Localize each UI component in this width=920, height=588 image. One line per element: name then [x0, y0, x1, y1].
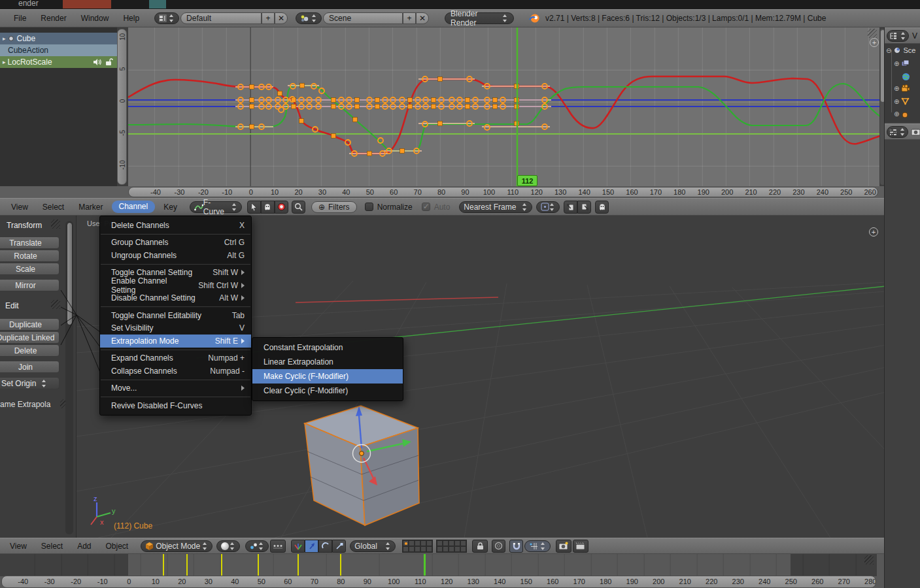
duplicate-button[interactable]: Duplicate	[0, 318, 60, 331]
properties-editor-type-button[interactable]	[887, 126, 908, 138]
shading-dropdown[interactable]	[216, 540, 240, 552]
menu-item-group-channels[interactable]: Group ChannelsCtrl G	[100, 237, 251, 250]
graph-menu-select[interactable]: Select	[35, 203, 71, 212]
menu-file[interactable]: File	[7, 14, 33, 23]
cursor-tool-button[interactable]	[247, 201, 261, 214]
expand-icon[interactable]: ⊕	[894, 110, 899, 118]
graph-plot-area[interactable]: 112	[128, 27, 879, 186]
graph-x-scrollbar[interactable]: -40-30-20-100102030405060708090100110120…	[128, 187, 878, 197]
vp-menu-add[interactable]: Add	[70, 542, 98, 551]
rotate-manipulator-button[interactable]	[318, 540, 332, 553]
menu-item-extrapolation-mode[interactable]: Extrapolation ModeShift E	[100, 335, 251, 348]
translate-button[interactable]: Translate	[0, 237, 60, 249]
menu-item-expand-channels[interactable]: Expand ChannelsNumpad +	[100, 352, 251, 365]
outliner-view-menu[interactable]: V	[912, 31, 917, 41]
expand-icon[interactable]: ⊕	[894, 85, 899, 92]
outliner-item-renderlayers[interactable]: ⊕	[894, 59, 910, 67]
layout-delete-button[interactable]: ✕	[275, 12, 288, 24]
channel-row-cubeaction[interactable]: CubeAction	[0, 44, 117, 56]
delete-button[interactable]: Delete	[0, 344, 60, 357]
auto-checkbox[interactable]	[422, 203, 430, 211]
outliner-item-camera[interactable]: ⊕	[894, 84, 910, 92]
outliner-item-mesh[interactable]: ⊕	[894, 97, 910, 105]
mirror-button[interactable]: Mirror	[0, 279, 60, 291]
menu-item-move[interactable]: Move...	[100, 382, 251, 395]
scene-add-button[interactable]: +	[403, 12, 416, 24]
frame-snap-dropdown[interactable]: Nearest Frame	[459, 201, 532, 213]
menu-render[interactable]: Render	[33, 14, 73, 23]
mode-dropdown[interactable]: Object Mode	[141, 540, 213, 552]
expand-icon[interactable]: ⊕	[894, 60, 899, 67]
orientation-dropdown[interactable]: Global	[350, 540, 396, 552]
render-context-tab-icon[interactable]	[911, 127, 920, 136]
snap-element-dropdown[interactable]	[524, 540, 551, 552]
submenu-item-make-cyclic[interactable]: Make Cyclic (F-Modifier)	[252, 369, 403, 384]
submenu-item-clear-cyclic[interactable]: Clear Cyclic (F-Modifier)	[252, 384, 403, 398]
unlock-icon[interactable]	[105, 58, 113, 66]
timeline-current-frame-line[interactable]	[424, 554, 426, 576]
filters-button[interactable]: ⊕ Filters	[311, 201, 357, 213]
scale-manipulator-button[interactable]	[332, 540, 346, 553]
menu-item-enable-channel-setting[interactable]: Enable Channel SettingShift Ctrl W	[100, 279, 251, 292]
scene-name-field[interactable]: Scene	[323, 12, 403, 24]
layout-name-field[interactable]: Default	[180, 12, 262, 24]
graph-add-panel-icon[interactable]: +	[870, 38, 879, 47]
expand-icon[interactable]: ⊕	[894, 98, 899, 105]
viewport-add-panel-icon[interactable]: +	[869, 227, 878, 237]
copy-keyframes-button[interactable]	[564, 201, 577, 214]
pivot-dropdown[interactable]	[245, 540, 269, 552]
outliner-item-extra[interactable]: ⊕	[894, 110, 909, 118]
normalize-target-button[interactable]	[275, 201, 288, 214]
normalize-checkbox[interactable]	[365, 203, 373, 211]
timeline-region[interactable]: -40-30-20-100102030405060708090100110120…	[0, 554, 886, 588]
layers-widget[interactable]	[402, 540, 467, 553]
outliner-item-world[interactable]	[902, 73, 910, 81]
translate-manipulator-button[interactable]	[305, 540, 318, 553]
menu-item-collapse-channels[interactable]: Collapse ChannelsNumpad -	[100, 365, 251, 378]
submenu-item-linear-extrapolation[interactable]: Linear Extrapolation	[252, 355, 403, 369]
vp-menu-object[interactable]: Object	[99, 542, 136, 551]
paste-keyframes-button[interactable]	[577, 201, 591, 214]
lock-to-scene-button[interactable]	[472, 540, 488, 553]
timeline-ruler[interactable]: -40-30-20-100102030405060708090100110120…	[1, 576, 876, 588]
pivot-point-dropdown[interactable]	[536, 201, 560, 213]
render-still-button[interactable]	[556, 540, 571, 553]
zoom-tool-button[interactable]	[292, 201, 305, 214]
transform-panel-header[interactable]: Transform	[7, 221, 42, 230]
collapse-icon[interactable]: ⊖	[886, 47, 891, 54]
menu-item-toggle-channel-editability[interactable]: Toggle Channel EditabilityTab	[100, 309, 251, 322]
snap-toggle-button[interactable]	[509, 540, 523, 553]
scene-selector-icon[interactable]	[296, 12, 322, 24]
graph-menu-marker[interactable]: Marker	[71, 203, 110, 212]
mute-speaker-icon[interactable]	[93, 58, 102, 66]
menu-item-disable-channel-setting[interactable]: Disable Channel SettingAlt W	[100, 292, 251, 305]
outliner-item-scene[interactable]: ⊖ Sce	[886, 46, 915, 54]
render-animation-button[interactable]	[573, 540, 588, 553]
menu-window[interactable]: Window	[74, 14, 116, 23]
menu-item-ungroup-channels[interactable]: Ungroup ChannelsAlt G	[100, 249, 251, 262]
graph-mode-dropdown[interactable]: F-Curve	[190, 201, 242, 213]
rotate-button[interactable]: Rotate	[0, 250, 60, 262]
channel-row-cube[interactable]: ▸ Cube	[0, 33, 117, 44]
scale-button[interactable]: Scale	[0, 263, 60, 275]
proportional-edit-button[interactable]	[492, 540, 505, 553]
menu-help[interactable]: Help	[116, 14, 146, 23]
edit-panel-header[interactable]: Edit	[5, 301, 19, 310]
channel-row-locrotscale[interactable]: ▸ LocRotScale	[0, 56, 117, 68]
screen-layout-selector-icon[interactable]	[154, 12, 179, 24]
duplicate-linked-button[interactable]: Duplicate Linked	[0, 331, 60, 344]
graph-menu-view[interactable]: View	[4, 203, 35, 212]
vp-menu-view[interactable]: View	[3, 542, 34, 551]
expander-icon[interactable]: ▸	[3, 59, 6, 65]
render-engine-dropdown[interactable]: Blender Render	[445, 12, 514, 24]
outliner-editor-type-button[interactable]	[887, 30, 909, 42]
layout-add-button[interactable]: +	[262, 12, 275, 24]
graph-corner-grip[interactable]	[868, 29, 877, 38]
ghost-toggle-button[interactable]	[595, 201, 609, 214]
graph-menu-key[interactable]: Key	[156, 203, 184, 212]
join-button[interactable]: Join	[0, 361, 60, 373]
graph-menu-channel[interactable]: Channel	[112, 201, 156, 213]
manipulator-axis-button[interactable]	[291, 540, 305, 553]
vp-menu-select[interactable]: Select	[34, 542, 70, 551]
menu-item-delete-channels[interactable]: Delete ChannelsX	[100, 219, 251, 232]
